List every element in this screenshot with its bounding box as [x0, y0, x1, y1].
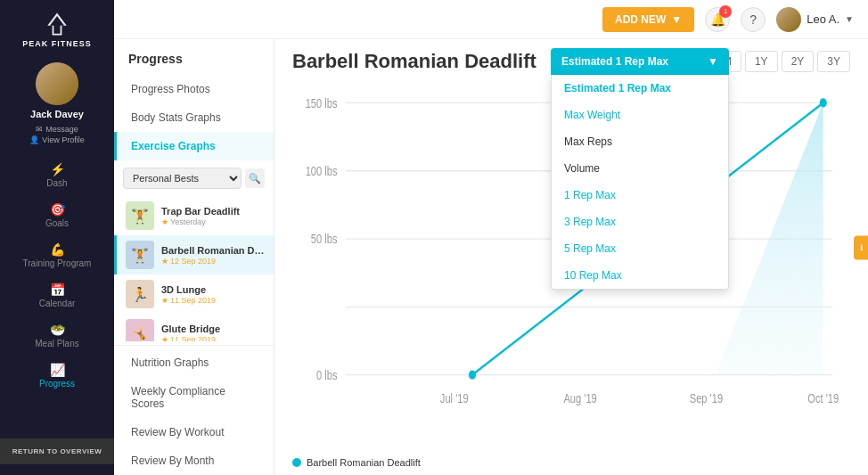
return-to-overview-button[interactable]: RETURN TO OVERVIEW [0, 438, 114, 464]
exercise-item-3d-lunge[interactable]: 🏃 3D Lunge ★ 11 Sep 2019 [114, 274, 274, 314]
menu-nutrition-graphs[interactable]: Nutrition Graphs [114, 348, 274, 377]
sidebar-username: Jack Davey [30, 109, 84, 119]
svg-text:Oct '19: Oct '19 [807, 392, 839, 406]
exercise-date: ★ Yesterday [161, 217, 265, 226]
legend-dot [292, 458, 301, 467]
exercise-search-button[interactable]: 🔍 [245, 168, 265, 188]
exercise-date: ★ 11 Sep 2019 [161, 296, 265, 305]
left-panel: Progress Progress Photos Body Stats Grap… [114, 39, 274, 475]
notification-badge: 1 [719, 5, 732, 18]
sidebar-logo: PEAK FITNESS [22, 11, 92, 48]
goals-icon: 🎯 [50, 202, 65, 217]
topbar: ADD NEW ▼ 🔔 1 ? Leo A. ▼ [114, 0, 868, 39]
right-panel: Barbell Romanian Deadlift 3M 6M 1Y 2Y 3Y [274, 39, 868, 475]
exercise-thumb: 🤸 [126, 319, 154, 341]
menu-review-by-month[interactable]: Review By Month [114, 446, 274, 475]
notification-bell-button[interactable]: 🔔 1 [705, 7, 730, 32]
exercise-thumb: 🏋 [126, 201, 154, 230]
dropdown-item-1rm[interactable]: 1 Rep Max [552, 182, 728, 209]
meal-icon: 🥗 [50, 323, 65, 337]
menu-exercise-graphs[interactable]: Exercise Graphs [114, 132, 274, 160]
panel-title: Progress [114, 39, 274, 75]
svg-marker-1 [50, 16, 64, 34]
sidebar-item-dash[interactable]: ⚡ Dash [0, 155, 114, 195]
dropdown-item-10rm[interactable]: 10 Rep Max [552, 262, 728, 289]
help-button[interactable]: ? [741, 7, 766, 32]
sidebar-item-goals[interactable]: 🎯 Goals [0, 195, 114, 235]
personal-bests-select[interactable]: Personal Bests [123, 168, 242, 189]
svg-text:Jul '19: Jul '19 [440, 392, 469, 406]
sidebar-sub-links: ✉ Message 👤 View Profile [29, 125, 84, 144]
progress-icon: 📈 [50, 363, 65, 377]
exercise-item-glute-bridge[interactable]: 🤸 Glute Bridge ★ 11 Sep 2019 [114, 314, 274, 341]
exercise-date: ★ 11 Sep 2019 [161, 335, 265, 340]
time-btn-1y[interactable]: 1Y [745, 51, 778, 72]
exercise-name: Glute Bridge [161, 323, 265, 335]
legend-label: Barbell Romanian Deadlift [307, 457, 421, 468]
main-area: ADD NEW ▼ 🔔 1 ? Leo A. ▼ Progress Progre… [114, 0, 868, 475]
svg-text:Sep '19: Sep '19 [690, 392, 723, 406]
user-chevron-icon: ▼ [845, 14, 854, 24]
exercise-name: Barbell Romanian Deadlift [161, 244, 265, 257]
dropdown-menu: Estimated 1 Rep Max Max Weight Max Reps … [551, 75, 729, 290]
message-icon: ✉ [36, 125, 43, 134]
exercise-list: 🏋 Trap Bar Deadlift ★ Yesterday 🏋 Barbel… [114, 196, 274, 341]
avatar [36, 62, 78, 105]
dropdown-item-volume[interactable]: Volume [552, 155, 728, 182]
topbar-user[interactable]: Leo A. ▼ [776, 7, 854, 32]
chart-title: Barbell Romanian Deadlift [292, 50, 536, 73]
dropdown-item-5rm[interactable]: 5 Rep Max [552, 235, 728, 262]
sidebar-item-progress[interactable]: 📈 Progress [0, 356, 114, 396]
chart-legend: Barbell Romanian Deadlift [274, 452, 868, 475]
dropdown-arrow-icon: ▼ [671, 13, 682, 26]
exercise-name: Trap Bar Deadlift [161, 205, 265, 217]
metric-dropdown-trigger[interactable]: Estimated 1 Rep Max ▼ [551, 48, 729, 75]
sidebar-item-calendar[interactable]: 📅 Calendar [0, 275, 114, 315]
topbar-avatar [776, 7, 801, 32]
dropdown-item-3rm[interactable]: 3 Rep Max [552, 209, 728, 235]
menu-body-stats[interactable]: Body Stats Graphs [114, 103, 274, 132]
svg-text:100 lbs: 100 lbs [306, 165, 338, 179]
time-btn-2y[interactable]: 2Y [782, 51, 815, 72]
svg-point-17 [820, 98, 827, 107]
menu-progress-photos[interactable]: Progress Photos [114, 75, 274, 103]
sidebar-item-meal-plans[interactable]: 🥗 Meal Plans [0, 315, 114, 356]
view-profile-link[interactable]: 👤 View Profile [29, 135, 84, 144]
exercise-filter: Personal Bests 🔍 [114, 160, 274, 196]
svg-text:150 lbs: 150 lbs [306, 96, 338, 111]
dropdown-item-max-reps[interactable]: Max Reps [552, 128, 728, 155]
training-icon: 💪 [50, 242, 65, 257]
svg-text:0 lbs: 0 lbs [316, 369, 337, 383]
dropdown-container: Estimated 1 Rep Max ▼ Estimated 1 Rep Ma… [551, 48, 729, 290]
logo-text: PEAK FITNESS [22, 39, 92, 48]
logo-icon [41, 11, 73, 37]
dropdown-item-max-weight[interactable]: Max Weight [552, 102, 728, 128]
menu-review-by-workout[interactable]: Review By Workout [114, 418, 274, 446]
hint-bubble[interactable]: ℹ [854, 235, 868, 259]
svg-text:Aug '19: Aug '19 [563, 392, 596, 406]
dash-icon: ⚡ [50, 162, 65, 176]
content-area: Progress Progress Photos Body Stats Grap… [114, 39, 868, 475]
exercise-date: ★ 12 Sep 2019 [161, 257, 265, 266]
profile-icon: 👤 [29, 135, 39, 144]
menu-weekly-compliance[interactable]: Weekly Compliance Scores [114, 377, 274, 418]
topbar-username: Leo A. [807, 12, 839, 26]
dropdown-item-estimated-1rm[interactable]: Estimated 1 Rep Max [552, 75, 728, 102]
exercise-thumb: 🏃 [126, 280, 154, 308]
dropdown-chevron-icon: ▼ [708, 55, 718, 68]
calendar-icon: 📅 [50, 283, 65, 297]
message-link[interactable]: ✉ Message [36, 125, 78, 134]
svg-point-16 [469, 371, 476, 380]
time-btn-3y[interactable]: 3Y [817, 51, 850, 72]
svg-text:50 lbs: 50 lbs [311, 233, 338, 247]
sidebar: PEAK FITNESS Jack Davey ✉ Message 👤 View… [0, 0, 114, 475]
sidebar-nav: ⚡ Dash 🎯 Goals 💪 Training Program 📅 Cale… [0, 155, 114, 396]
exercise-thumb: 🏋 [126, 241, 154, 269]
exercise-item-barbell-romanian[interactable]: 🏋 Barbell Romanian Deadlift ★ 12 Sep 201… [114, 235, 274, 274]
help-icon: ? [749, 12, 757, 27]
dropdown-selected-label: Estimated 1 Rep Max [561, 55, 668, 68]
exercise-item-trap-bar[interactable]: 🏋 Trap Bar Deadlift ★ Yesterday [114, 196, 274, 235]
add-new-button[interactable]: ADD NEW ▼ [602, 7, 694, 32]
exercise-name: 3D Lunge [161, 283, 265, 296]
sidebar-item-training[interactable]: 💪 Training Program [0, 235, 114, 275]
